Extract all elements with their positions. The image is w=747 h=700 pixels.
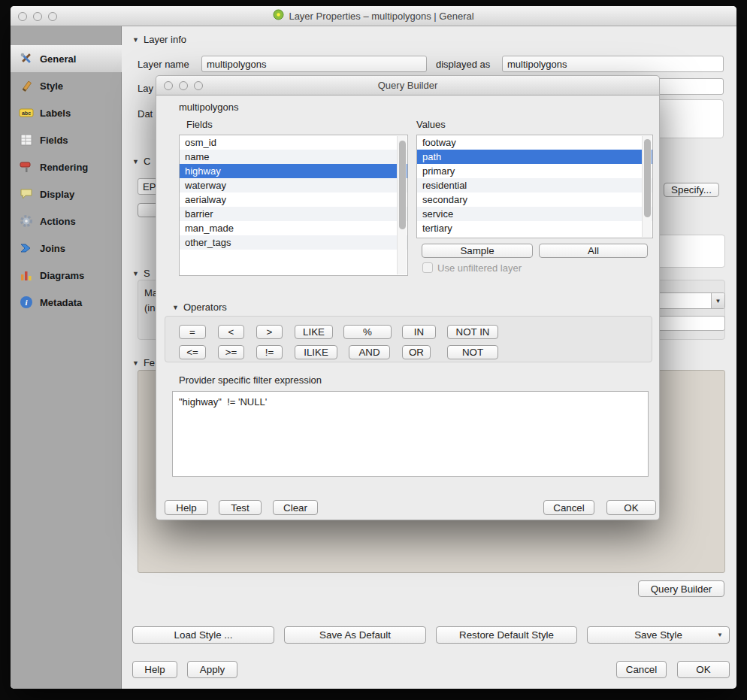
operator-button[interactable]: OR [402, 345, 431, 359]
disclosure-triangle-icon[interactable]: ▼ [132, 36, 139, 44]
sidebar-item-diagrams[interactable]: Diagrams [11, 262, 122, 289]
sidebar-item-joins[interactable]: Joins [11, 235, 122, 262]
test-button[interactable]: Test [219, 500, 262, 515]
chevron-down-icon[interactable]: ▼ [711, 293, 724, 308]
filter-expression-textarea[interactable]: "highway" != 'NULL' [172, 391, 649, 477]
use-unfiltered-label: Use unfiltered layer [437, 262, 522, 274]
paint-roller-icon [19, 159, 34, 174]
operator-button[interactable]: ILIKE [295, 345, 337, 359]
close-button[interactable] [18, 12, 27, 21]
field-row[interactable]: osm_id [180, 135, 407, 150]
save-style-menu-button[interactable]: Save Style ▼ [587, 626, 730, 644]
disclosure-triangle-icon[interactable]: ▼ [132, 158, 139, 165]
dialog-cancel-button[interactable]: Cancel [543, 500, 594, 515]
field-row[interactable]: aerialway [180, 192, 407, 207]
sidebar-item-metadata[interactable]: i Metadata [11, 289, 122, 316]
value-row[interactable]: primary [417, 164, 652, 178]
sidebar-item-labels[interactable]: abc Labels [11, 99, 122, 126]
specify-crs-button[interactable]: Specify... [664, 183, 719, 197]
disclosure-triangle-icon[interactable]: ▼ [132, 359, 139, 367]
displayed-as-input[interactable]: multipolygons [502, 56, 724, 72]
sidebar-item-actions[interactable]: Actions [11, 208, 122, 235]
fields-scrollbar[interactable] [397, 136, 407, 274]
operator-button[interactable]: > [256, 325, 283, 339]
field-row[interactable]: barrier [180, 207, 407, 221]
minimize-button[interactable] [33, 12, 42, 21]
query-builder-button[interactable]: Query Builder [638, 580, 724, 597]
scale-visibility-heading[interactable]: ▼ S [132, 268, 150, 279]
field-row[interactable]: name [180, 150, 407, 164]
window-titlebar[interactable]: Layer Properties – multipolygons | Gener… [11, 6, 736, 26]
all-button[interactable]: All [539, 244, 648, 258]
layer-name-input[interactable]: multipolygons [201, 56, 427, 72]
dialog-ok-button[interactable]: OK [606, 500, 656, 515]
fields-list[interactable]: osm_id name highway waterway aerialway b… [179, 135, 408, 276]
help-button[interactable]: Help [132, 661, 177, 678]
scrollbar-thumb[interactable] [644, 139, 651, 217]
table-fields-icon [19, 132, 34, 147]
operator-button[interactable]: LIKE [295, 325, 333, 339]
info-circle-icon: i [19, 295, 34, 310]
dialog-help-button[interactable]: Help [165, 500, 208, 515]
value-row[interactable]: service [417, 207, 652, 221]
minimize-button[interactable] [179, 81, 188, 90]
disclosure-triangle-icon[interactable]: ▼ [132, 270, 139, 277]
values-list[interactable]: footway path primary residential seconda… [416, 135, 653, 238]
apply-button[interactable]: Apply [187, 661, 237, 678]
paintbrush-icon [19, 78, 34, 93]
operator-button[interactable]: < [218, 325, 244, 339]
filter-expression-label: Provider specific filter expression [179, 374, 322, 386]
operator-button[interactable]: % [343, 325, 392, 339]
sidebar-item-display[interactable]: Display [11, 180, 122, 208]
operator-button[interactable]: NOT [447, 345, 498, 359]
feature-subset-heading[interactable]: ▼ Fe [132, 357, 155, 368]
save-as-default-button[interactable]: Save As Default [284, 626, 426, 644]
ok-button[interactable]: OK [677, 661, 730, 678]
displayed-as-label: displayed as [436, 59, 490, 70]
value-row[interactable]: footway [417, 135, 652, 150]
layer-info-heading[interactable]: ▼ Layer info [132, 34, 186, 45]
zoom-button[interactable] [48, 12, 57, 21]
sidebar-item-style[interactable]: Style [11, 72, 122, 99]
dialog-titlebar[interactable]: Query Builder [156, 76, 659, 95]
field-row[interactable]: other_tags [180, 235, 407, 250]
field-row[interactable]: man_made [180, 221, 407, 235]
operators-heading[interactable]: ▼ Operators [172, 302, 227, 313]
field-row-selected[interactable]: highway [180, 164, 407, 178]
bar-chart-icon [19, 268, 34, 283]
sidebar-item-rendering[interactable]: Rendering [11, 153, 122, 180]
load-style-button[interactable]: Load Style ... [132, 626, 274, 644]
scrollbar-thumb[interactable] [399, 141, 406, 229]
operator-button[interactable]: <= [179, 345, 206, 359]
disclosure-triangle-icon[interactable]: ▼ [172, 304, 179, 311]
cancel-button[interactable]: Cancel [616, 661, 667, 678]
value-row[interactable]: secondary [417, 192, 652, 207]
value-row-selected[interactable]: path [417, 150, 652, 164]
values-scrollbar[interactable] [642, 136, 652, 237]
operator-button[interactable]: IN [402, 325, 436, 339]
sidebar-item-label: Fields [40, 135, 68, 146]
sidebar-item-label: Style [40, 80, 63, 92]
crs-heading[interactable]: ▼ C [132, 156, 150, 167]
abc-label-icon: abc [19, 105, 34, 120]
value-row[interactable]: residential [417, 178, 652, 192]
field-row[interactable]: waterway [180, 178, 407, 192]
value-row[interactable]: tertiary [417, 221, 652, 235]
operator-button[interactable]: != [256, 345, 283, 359]
operator-button[interactable]: >= [218, 345, 244, 359]
operator-button[interactable]: AND [349, 345, 390, 359]
sidebar-item-fields[interactable]: Fields [11, 126, 122, 153]
sidebar-item-label: General [40, 53, 76, 65]
use-unfiltered-checkbox[interactable] [422, 262, 433, 273]
restore-default-style-button[interactable]: Restore Default Style [436, 626, 577, 644]
clear-button[interactable]: Clear [273, 500, 318, 515]
dialog-title: Query Builder [378, 80, 437, 91]
operator-button[interactable]: = [179, 325, 206, 339]
sample-button[interactable]: Sample [422, 244, 533, 258]
zoom-button[interactable] [194, 81, 203, 90]
sidebar-item-general[interactable]: General [11, 45, 122, 72]
operator-button[interactable]: NOT IN [447, 325, 498, 339]
sidebar-item-label: Rendering [40, 162, 88, 173]
close-button[interactable] [164, 81, 173, 90]
query-builder-dialog: Query Builder multipolygons Fields Value… [156, 75, 660, 520]
